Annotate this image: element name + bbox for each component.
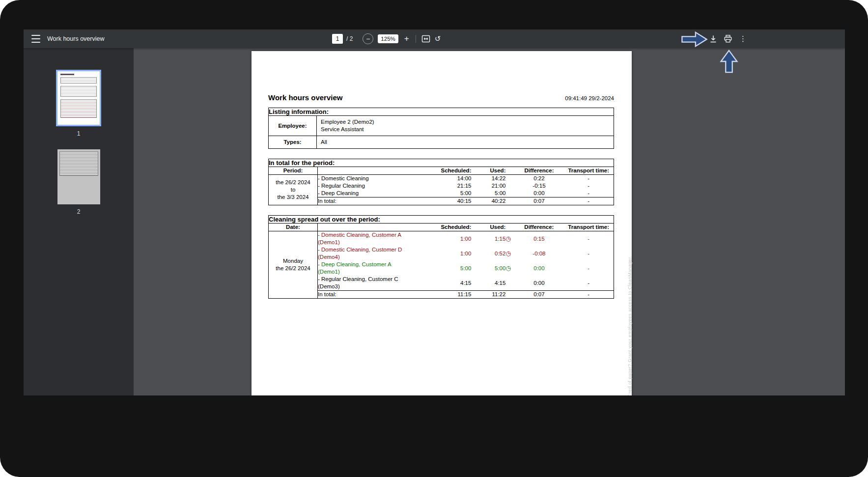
employee-label: Employee: bbox=[269, 116, 317, 136]
clock-icon: ◷ bbox=[505, 246, 514, 261]
clock-icon bbox=[505, 276, 514, 291]
report-title: Work hours overview bbox=[268, 93, 342, 102]
totals-table: In total for the period: Period: Schedul… bbox=[268, 159, 614, 205]
page-number-input[interactable] bbox=[332, 34, 343, 44]
total-row: In total: 40:15 40:22 0:07 - bbox=[269, 197, 614, 205]
section-title: In total for the period: bbox=[269, 159, 614, 167]
col-difference: Difference: bbox=[514, 167, 563, 175]
cell-transport: - bbox=[563, 246, 614, 261]
cell-type: - Regular Cleaning bbox=[318, 182, 427, 190]
cell-used: 5:00 bbox=[471, 190, 505, 197]
page-1-thumbnail-preview bbox=[57, 71, 100, 125]
print-icon[interactable] bbox=[723, 34, 733, 44]
total-row: In total: 11:15 11:22 0:07 - bbox=[269, 291, 614, 299]
page-2-label: 2 bbox=[77, 208, 81, 215]
clock-icon: ◷ bbox=[505, 231, 514, 247]
spread-table: Cleaning spread out over the period: Dat… bbox=[268, 215, 614, 299]
cell-type: - Domestic Cleaning bbox=[318, 175, 427, 183]
menu-icon[interactable] bbox=[31, 35, 40, 43]
download-icon[interactable] bbox=[708, 34, 718, 44]
pdf-page-1: Work hours overview 09:41:49 29/2-2024 L… bbox=[252, 51, 632, 395]
cell-difference: 0:00 bbox=[514, 276, 563, 291]
column-header-row: Date: Scheduled: Used: Difference: Trans… bbox=[269, 224, 614, 231]
zoom-in-button[interactable]: + bbox=[403, 34, 411, 44]
types-value: All bbox=[317, 136, 614, 149]
rotate-icon[interactable]: ↺ bbox=[435, 34, 441, 43]
cell-scheduled: 21:15 bbox=[427, 182, 471, 190]
document-viewer[interactable]: Work hours overview 09:41:49 29/2-2024 L… bbox=[134, 48, 845, 395]
minus-icon: − bbox=[366, 35, 370, 43]
cell-scheduled: 4:15 bbox=[427, 276, 471, 291]
date-cell: Monday the 26/2 2024 bbox=[269, 231, 318, 299]
cell-type: - Deep Cleaning, Customer A (Demo1) bbox=[318, 261, 427, 276]
cell-used: 21:00 bbox=[471, 182, 505, 190]
cell-scheduled: 1:00 bbox=[427, 231, 471, 247]
report-timestamp: 09:41:49 29/2-2024 bbox=[565, 95, 614, 101]
cell-transport: - bbox=[563, 231, 614, 247]
col-period: Period: bbox=[269, 167, 318, 175]
annotation-arrow-up bbox=[719, 49, 739, 74]
table-row: Types: All bbox=[269, 136, 614, 149]
toolbar-divider bbox=[416, 35, 416, 43]
page-count-label: / 2 bbox=[346, 35, 353, 42]
cell-difference: 0:07 bbox=[514, 291, 563, 299]
page-2-thumbnail-preview bbox=[57, 149, 100, 204]
cell-difference: 0:22 bbox=[514, 175, 563, 183]
page-2-thumbnail[interactable] bbox=[57, 149, 100, 204]
overflow-menu-icon[interactable]: ⋮ bbox=[738, 34, 748, 43]
cell-type: - Regular Cleaning, Customer C (Demo3) bbox=[318, 276, 427, 291]
screen-frame: Work hours overview / 2 − 125% + ↺ bbox=[0, 0, 868, 477]
cell-used: 4:15 bbox=[471, 276, 505, 291]
cell-used: 5:00 bbox=[471, 261, 505, 276]
fit-page-icon[interactable] bbox=[421, 34, 431, 44]
cell-transport: - bbox=[563, 190, 614, 197]
zoom-level-indicator[interactable]: 125% bbox=[378, 34, 398, 43]
col-scheduled: Scheduled: bbox=[427, 224, 471, 231]
column-header-row: Period: Scheduled: Used: Difference: Tra… bbox=[269, 167, 614, 175]
cell-type: - Deep Cleaning bbox=[318, 190, 427, 197]
cell-used: 14:22 bbox=[471, 175, 505, 183]
col-difference: Difference: bbox=[514, 224, 563, 231]
cell-difference: -0:15 bbox=[514, 182, 563, 190]
cell-difference: 0:07 bbox=[514, 197, 563, 205]
zoom-out-button[interactable]: − bbox=[363, 33, 373, 44]
document-title: Work hours overview bbox=[47, 29, 104, 48]
pdf-toolbar: Work hours overview / 2 − 125% + ↺ bbox=[24, 29, 845, 48]
cell-total-label: In total: bbox=[318, 197, 427, 205]
page-1-thumbnail[interactable] bbox=[56, 70, 101, 126]
col-used: Used: bbox=[471, 167, 505, 175]
cell-type: - Domestic Cleaning, Customer A (Demo1) bbox=[318, 231, 427, 247]
table-row: the 26/2 2024 to the 3/3 2024 - Domestic… bbox=[269, 175, 614, 183]
clock-icon: ◷ bbox=[505, 261, 514, 276]
col-transport: Transport time: bbox=[563, 167, 614, 175]
cell-scheduled: 1:00 bbox=[427, 246, 471, 261]
col-scheduled: Scheduled: bbox=[427, 167, 471, 175]
cell-scheduled: 11:15 bbox=[427, 291, 471, 299]
section-title: Listing information: bbox=[269, 108, 614, 116]
cell-difference: 0:15 bbox=[514, 231, 563, 247]
table-row: - Deep Cleaning 5:00 5:00 0:00 - bbox=[269, 190, 614, 197]
cell-transport: - bbox=[563, 197, 614, 205]
table-row: - Deep Cleaning, Customer A (Demo1) 5:00… bbox=[269, 261, 614, 276]
cell-total-label: In total: bbox=[318, 291, 427, 299]
cell-used: 0:52 bbox=[471, 246, 505, 261]
toolbar-right-controls: ⋮ bbox=[708, 29, 748, 48]
types-label: Types: bbox=[269, 136, 317, 149]
cell-used: 40:22 bbox=[471, 197, 505, 205]
table-row: Employee: Employee 2 (Demo2) Service Ass… bbox=[269, 116, 614, 136]
cell-transport: - bbox=[563, 291, 614, 299]
table-row: Monday the 26/2 2024 - Domestic Cleaning… bbox=[269, 231, 614, 247]
cell-difference: 0:00 bbox=[514, 261, 563, 276]
cell-used: 1:15 bbox=[471, 231, 505, 247]
section-title: Cleaning spread out over the period: bbox=[269, 216, 614, 224]
thumbnail-sidebar: 1 2 bbox=[24, 48, 134, 395]
cell-transport: - bbox=[563, 261, 614, 276]
cell-difference: -0:08 bbox=[514, 246, 563, 261]
page-1-label: 1 bbox=[77, 130, 81, 137]
col-transport: Transport time: bbox=[563, 224, 614, 231]
cell-difference: 0:00 bbox=[514, 190, 563, 197]
table-row: - Regular Cleaning, Customer C (Demo3) 4… bbox=[269, 276, 614, 291]
cell-type: - Domestic Cleaning, Customer D (Demo4) bbox=[318, 246, 427, 261]
cell-transport: - bbox=[563, 276, 614, 291]
cell-scheduled: 5:00 bbox=[427, 261, 471, 276]
